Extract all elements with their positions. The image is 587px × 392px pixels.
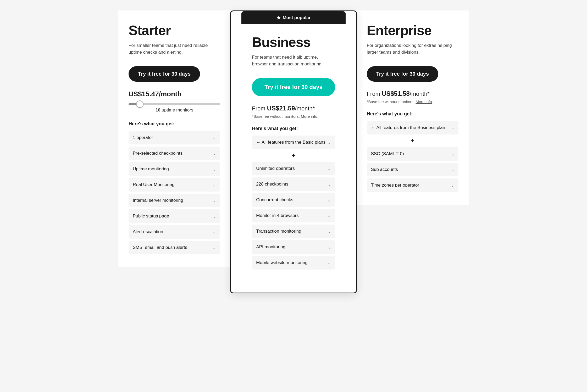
- enterprise-features-heading: Here's what you get:: [367, 111, 458, 117]
- starter-try-button[interactable]: Try it free for 30 days: [129, 66, 200, 82]
- enterprise-inherited-feature: ← All features from the Business plan ⌄: [367, 121, 458, 135]
- list-item[interactable]: SMS, email and push alerts ⌄: [129, 241, 220, 254]
- enterprise-features-list: SSO (SAML 2.0) ⌄ Sub accounts ⌄ Time zon…: [367, 147, 458, 192]
- chevron-down-icon: ⌄: [213, 198, 216, 203]
- starter-plan-name: Starter: [129, 23, 220, 38]
- chevron-down-icon: ⌄: [451, 125, 454, 130]
- chevron-down-icon: ⌄: [213, 214, 216, 219]
- list-item[interactable]: 1 operator ⌄: [129, 131, 220, 144]
- enterprise-plan-description: For organizations looking for extras hel…: [367, 42, 458, 58]
- chevron-down-icon: ⌄: [451, 167, 454, 172]
- list-item[interactable]: Unlimited operators ⌄: [252, 162, 335, 175]
- chevron-down-icon: ⌄: [213, 182, 216, 187]
- list-item[interactable]: Monitor in 4 browsers ⌄: [252, 209, 335, 222]
- starter-plan-card: Starter For smaller teams that just need…: [118, 10, 231, 267]
- list-item[interactable]: Public status page ⌄: [129, 209, 220, 223]
- business-price: From US$21.59/month*: [252, 105, 335, 112]
- enterprise-more-info-link[interactable]: More info: [416, 99, 432, 104]
- business-plan-card: ★ Most popular Business For teams that n…: [230, 10, 357, 293]
- chevron-down-icon: ⌄: [213, 245, 216, 250]
- enterprise-plus-divider: +: [367, 137, 458, 144]
- list-item[interactable]: Time zones per operator ⌄: [367, 178, 458, 192]
- business-plan-name: Business: [252, 35, 335, 50]
- list-item[interactable]: Sub accounts ⌄: [367, 163, 458, 176]
- business-price-note: *Base fee without monitors. More info.: [252, 114, 335, 119]
- enterprise-plan-card: Enterprise For organizations looking for…: [356, 10, 469, 205]
- list-item[interactable]: Concurrent checks ⌄: [252, 193, 335, 207]
- starter-features-heading: Here's what you get:: [129, 121, 220, 127]
- chevron-down-icon: ⌄: [213, 167, 216, 172]
- business-inherited-feature: ← All features from the Basic plans ⌄: [252, 136, 335, 149]
- list-item[interactable]: 228 checkpoints ⌄: [252, 177, 335, 191]
- chevron-down-icon: ⌄: [213, 135, 216, 140]
- chevron-down-icon: ⌄: [328, 166, 331, 171]
- list-item[interactable]: Internal server monitoring ⌄: [129, 194, 220, 207]
- chevron-down-icon: ⌄: [328, 245, 331, 250]
- chevron-down-icon: ⌄: [328, 229, 331, 234]
- enterprise-try-button[interactable]: Try it free for 30 days: [367, 66, 438, 82]
- business-features-heading: Here's what you get:: [252, 126, 335, 131]
- business-plus-divider: +: [252, 152, 335, 159]
- business-more-info-link[interactable]: More info: [301, 114, 317, 119]
- list-item[interactable]: Pre-selected checkpoints ⌄: [129, 147, 220, 160]
- chevron-down-icon: ⌄: [328, 260, 331, 265]
- chevron-down-icon: ⌄: [328, 182, 331, 187]
- chevron-down-icon: ⌄: [451, 152, 454, 156]
- starter-slider-label: 10 uptime monitors: [129, 108, 220, 113]
- enterprise-plan-name: Enterprise: [367, 23, 458, 38]
- chevron-down-icon: ⌄: [328, 213, 331, 218]
- business-features-list: Unlimited operators ⌄ 228 checkpoints ⌄ …: [252, 162, 335, 270]
- most-popular-banner: ★ Most popular: [241, 11, 345, 24]
- business-inner: Business For teams that need it all: upt…: [241, 24, 345, 282]
- enterprise-price-note: *Base fee without monitors. More info.: [367, 99, 458, 104]
- enterprise-price: From US$51.58/month*: [367, 90, 458, 97]
- chevron-down-icon: ⌄: [213, 151, 216, 156]
- list-item[interactable]: Alert escalation ⌄: [129, 225, 220, 239]
- chevron-down-icon: ⌄: [451, 183, 454, 188]
- list-item[interactable]: Uptime monitoring ⌄: [129, 162, 220, 176]
- star-icon: ★: [276, 15, 281, 21]
- list-item[interactable]: Real User Monitoring ⌄: [129, 178, 220, 192]
- pricing-container: Starter For smaller teams that just need…: [118, 10, 469, 293]
- list-item[interactable]: API monitoring ⌄: [252, 240, 335, 254]
- chevron-down-icon: ⌄: [213, 229, 216, 234]
- starter-slider-container: US$15.47/month 10 uptime monitors: [129, 90, 220, 113]
- starter-features-list: 1 operator ⌄ Pre-selected checkpoints ⌄ …: [129, 131, 220, 254]
- list-item[interactable]: Mobile website monitoring ⌄: [252, 256, 335, 270]
- starter-price: US$15.47/month: [129, 90, 220, 98]
- chevron-down-icon: ⌄: [328, 140, 331, 145]
- list-item[interactable]: Transaction monitoring ⌄: [252, 225, 335, 238]
- business-try-button[interactable]: Try it free for 30 days: [252, 78, 335, 96]
- business-plan-description: For teams that need it all: uptime, brow…: [252, 54, 335, 70]
- starter-plan-description: For smaller teams that just need reliabl…: [129, 42, 220, 58]
- chevron-down-icon: ⌄: [328, 198, 331, 203]
- list-item[interactable]: SSO (SAML 2.0) ⌄: [367, 147, 458, 161]
- starter-monitors-slider[interactable]: [129, 103, 220, 105]
